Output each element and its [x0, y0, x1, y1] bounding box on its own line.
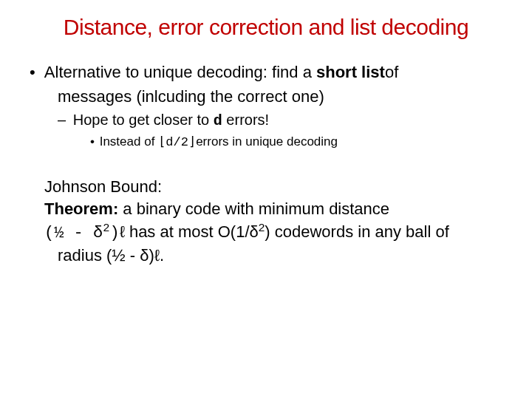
theorem-text-3: ) codewords in any ball of: [265, 222, 449, 241]
theorem-text-1: a binary code with minimum distance: [118, 200, 389, 218]
johnson-bound-label: Johnson Bound:: [44, 176, 502, 198]
bullet-2: Hope to get closer to d errors!: [74, 110, 502, 131]
bullet-3: Instead of ⌊d/2⌋errors in unique decodin…: [103, 134, 502, 151]
bullet-1-bold: short list: [316, 63, 385, 81]
theorem-expr-b: ): [109, 224, 119, 242]
theorem-line-3: radius (½ - δ)ℓ.: [58, 245, 502, 267]
theorem-expr-a: (½ - δ: [44, 224, 103, 242]
bullet-2-text-c: errors!: [222, 112, 269, 128]
theorem-label: Theorem:: [44, 200, 118, 218]
bullet-1: Alternative to unique decoding: find a s…: [44, 62, 502, 83]
bullet-1-cont: messages (inlcuding the correct one): [58, 86, 502, 108]
bullet-1-cont-text: messages (inlcuding the correct one): [58, 87, 324, 106]
theorem-line-2: (½ - δ2)ℓ has at most O(1/δ2) codewords …: [44, 220, 502, 245]
bullet-1-text-c: of: [385, 63, 398, 81]
bullet-1-text-a: Alternative to unique decoding: find a: [44, 63, 316, 81]
bullet-3-text-a: Instead of: [100, 134, 158, 149]
theorem-text-2: ℓ has at most O(1/δ: [120, 222, 259, 241]
bullet-3-floor: ⌊d/2⌋: [158, 135, 196, 149]
bullet-2-d: d: [214, 112, 222, 129]
theorem-line-1: Theorem: a binary code with minimum dist…: [44, 198, 502, 220]
bullet-3-text-c: errors in unique decoding: [196, 134, 338, 149]
slide-title: Distance, error correction and list deco…: [30, 15, 502, 40]
bullet-2-text-a: Hope to get closer to: [73, 112, 214, 128]
